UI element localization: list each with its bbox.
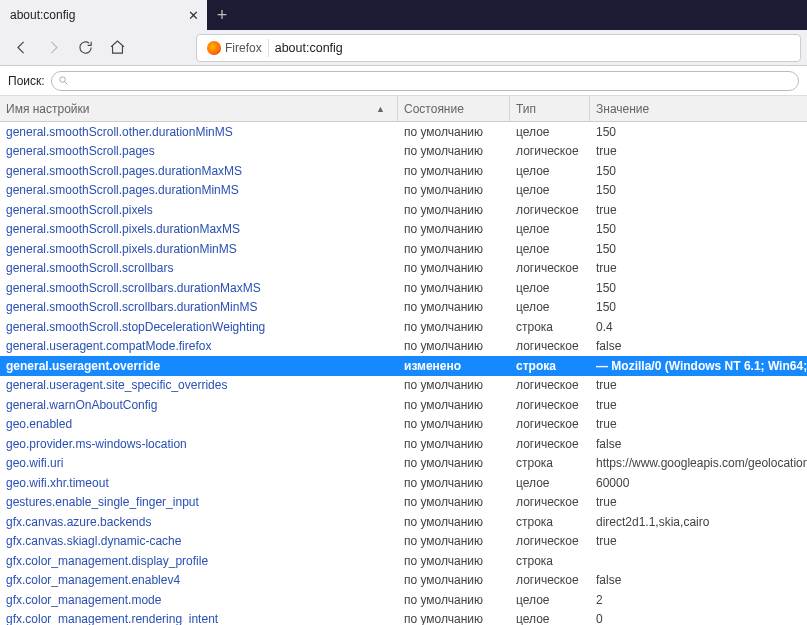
pref-type: целое [510, 125, 590, 139]
pref-row[interactable]: general.useragent.compatMode.firefoxпо у… [0, 337, 807, 357]
pref-type: целое [510, 612, 590, 625]
pref-name: general.warnOnAboutConfig [0, 398, 398, 412]
pref-status: по умолчанию [398, 573, 510, 587]
pref-value: false [590, 573, 807, 587]
pref-name: geo.wifi.uri [0, 456, 398, 470]
pref-type: логическое [510, 398, 590, 412]
pref-value: 60000 [590, 476, 807, 490]
pref-type: строка [510, 515, 590, 529]
url-bar[interactable]: Firefox about:config [196, 34, 801, 62]
pref-type: логическое [510, 573, 590, 587]
pref-row[interactable]: general.smoothScroll.pixelsпо умолчаниюл… [0, 200, 807, 220]
search-bar: Поиск: [0, 66, 807, 96]
pref-name: general.smoothScroll.pages.durationMinMS [0, 183, 398, 197]
pref-value: 150 [590, 222, 807, 236]
pref-name: general.smoothScroll.scrollbars.duration… [0, 300, 398, 314]
pref-row[interactable]: general.smoothScroll.scrollbars.duration… [0, 298, 807, 318]
pref-value: true [590, 378, 807, 392]
pref-status: по умолчанию [398, 534, 510, 548]
home-icon [109, 39, 126, 56]
home-button[interactable] [102, 34, 132, 62]
search-icon [58, 75, 69, 86]
pref-status: по умолчанию [398, 183, 510, 197]
pref-value: true [590, 398, 807, 412]
new-tab-button[interactable]: + [207, 0, 237, 30]
pref-row[interactable]: general.warnOnAboutConfigпо умолчаниюлог… [0, 395, 807, 415]
browser-tab[interactable]: about:config ✕ [0, 0, 207, 30]
pref-name: general.smoothScroll.pixels.durationMinM… [0, 242, 398, 256]
pref-row[interactable]: general.smoothScroll.other.durationMinMS… [0, 122, 807, 142]
pref-row[interactable]: geo.wifi.xhr.timeoutпо умолчаниюцелое600… [0, 473, 807, 493]
pref-value: true [590, 495, 807, 509]
pref-row[interactable]: general.useragent.site_specific_override… [0, 376, 807, 396]
pref-name: gestures.enable_single_finger_input [0, 495, 398, 509]
pref-name: gfx.color_management.display_profile [0, 554, 398, 568]
col-value[interactable]: Значение [590, 102, 807, 116]
pref-name: general.smoothScroll.pages [0, 144, 398, 158]
pref-row[interactable]: geo.wifi.uriпо умолчаниюстрокаhttps://ww… [0, 454, 807, 474]
pref-value: https://www.googleapis.com/geolocation/v… [590, 456, 807, 470]
pref-status: по умолчанию [398, 164, 510, 178]
pref-type: целое [510, 300, 590, 314]
pref-row[interactable]: gfx.canvas.azure.backendsпо умолчаниюстр… [0, 512, 807, 532]
pref-status: по умолчанию [398, 612, 510, 625]
pref-row[interactable]: general.useragent.overrideизмененострока… [0, 356, 807, 376]
forward-button [38, 34, 68, 62]
pref-type: логическое [510, 339, 590, 353]
pref-row[interactable]: gfx.color_management.enablev4по умолчани… [0, 571, 807, 591]
pref-name: gfx.color_management.mode [0, 593, 398, 607]
pref-value: 150 [590, 125, 807, 139]
prefs-list[interactable]: general.smoothScroll.other.durationMinMS… [0, 122, 807, 625]
pref-name: general.smoothScroll.pixels.durationMaxM… [0, 222, 398, 236]
pref-type: целое [510, 593, 590, 607]
pref-row[interactable]: gfx.canvas.skiagl.dynamic-cacheпо умолча… [0, 532, 807, 552]
pref-type: целое [510, 281, 590, 295]
pref-name: geo.provider.ms-windows-location [0, 437, 398, 451]
pref-row[interactable]: general.smoothScroll.scrollbarsпо умолча… [0, 259, 807, 279]
pref-status: изменено [398, 359, 510, 373]
firefox-icon [207, 41, 221, 55]
arrow-left-icon [13, 39, 30, 56]
pref-row[interactable]: general.smoothScroll.pagesпо умолчаниюло… [0, 142, 807, 162]
pref-name: gfx.canvas.skiagl.dynamic-cache [0, 534, 398, 548]
pref-type: логическое [510, 417, 590, 431]
pref-type: строка [510, 456, 590, 470]
search-input[interactable] [51, 71, 799, 91]
pref-row[interactable]: gestures.enable_single_finger_inputпо ум… [0, 493, 807, 513]
pref-status: по умолчанию [398, 515, 510, 529]
col-type[interactable]: Тип [510, 96, 590, 121]
reload-button[interactable] [70, 34, 100, 62]
pref-value: 0.4 [590, 320, 807, 334]
pref-type: логическое [510, 144, 590, 158]
pref-row[interactable]: gfx.color_management.display_profileпо у… [0, 551, 807, 571]
pref-row[interactable]: general.smoothScroll.stopDecelerationWei… [0, 317, 807, 337]
pref-row[interactable]: general.smoothScroll.pages.durationMinMS… [0, 181, 807, 201]
pref-status: по умолчанию [398, 261, 510, 275]
pref-type: целое [510, 242, 590, 256]
pref-status: по умолчанию [398, 417, 510, 431]
pref-value: direct2d1.1,skia,cairo [590, 515, 807, 529]
close-icon[interactable]: ✕ [188, 8, 199, 23]
pref-status: по умолчанию [398, 398, 510, 412]
pref-type: целое [510, 222, 590, 236]
pref-row[interactable]: general.smoothScroll.pages.durationMaxMS… [0, 161, 807, 181]
pref-row[interactable]: geo.provider.ms-windows-locationпо умолч… [0, 434, 807, 454]
pref-name: geo.wifi.xhr.timeout [0, 476, 398, 490]
pref-row[interactable]: general.smoothScroll.pixels.durationMaxM… [0, 220, 807, 240]
pref-row[interactable]: geo.enabledпо умолчаниюлогическоеtrue [0, 415, 807, 435]
pref-row[interactable]: general.smoothScroll.pixels.durationMinM… [0, 239, 807, 259]
pref-row[interactable]: gfx.color_management.modeпо умолчаниюцел… [0, 590, 807, 610]
pref-status: по умолчанию [398, 456, 510, 470]
col-status[interactable]: Состояние [398, 96, 510, 121]
site-identity[interactable]: Firefox [201, 39, 269, 57]
pref-value: 150 [590, 281, 807, 295]
pref-row[interactable]: general.smoothScroll.scrollbars.duration… [0, 278, 807, 298]
pref-name: general.useragent.compatMode.firefox [0, 339, 398, 353]
back-button[interactable] [6, 34, 36, 62]
pref-status: по умолчанию [398, 203, 510, 217]
col-name[interactable]: Имя настройки ▲ [0, 96, 398, 121]
pref-name: general.useragent.override [0, 359, 398, 373]
pref-row[interactable]: gfx.color_management.rendering_intentпо … [0, 610, 807, 626]
pref-name: gfx.color_management.rendering_intent [0, 612, 398, 625]
url-text: about:config [275, 41, 343, 55]
